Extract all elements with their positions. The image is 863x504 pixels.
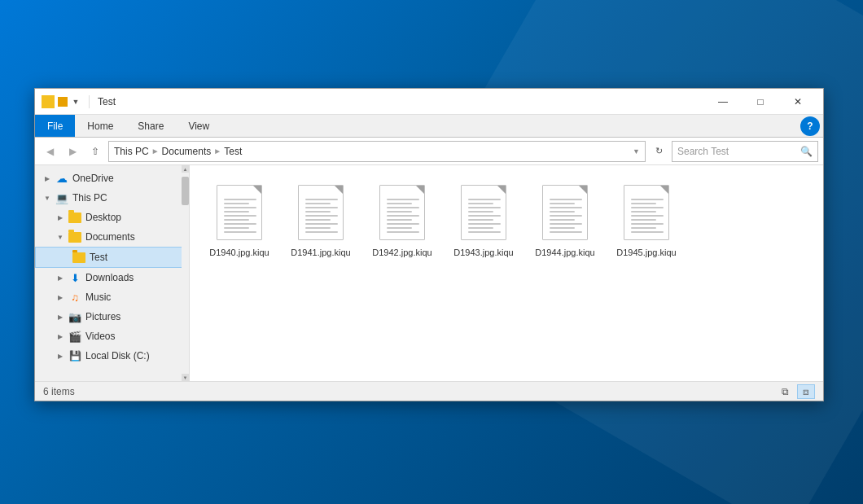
pc-icon: 💻 [55, 191, 69, 205]
sidebar-label-videos: Videos [85, 331, 115, 342]
breadcrumb-documents[interactable]: Documents [162, 146, 212, 157]
search-box[interactable]: 🔍 [672, 141, 818, 162]
sidebar-item-desktop[interactable]: ▶ Desktop [35, 208, 189, 227]
file-item[interactable]: D1940.jpg.kiqu [203, 178, 276, 265]
file-lines [550, 199, 582, 235]
music-icon: ♫ [68, 290, 82, 305]
file-item[interactable]: D1941.jpg.kiqu [284, 178, 357, 265]
downloads-icon: ⬇ [68, 270, 82, 285]
sidebar-item-videos[interactable]: ▶ 🎬 Videos [35, 327, 189, 346]
file-name: D1940.jpg.kiqu [209, 247, 269, 258]
file-icon [378, 185, 427, 243]
help-button[interactable]: ? [800, 116, 820, 136]
search-input[interactable] [677, 146, 800, 157]
onedrive-icon: ☁ [55, 171, 69, 186]
sidebar-item-onedrive[interactable]: ▶ ☁ OneDrive [35, 169, 189, 188]
maximize-button[interactable]: □ [742, 89, 779, 115]
tiles-view-button[interactable]: ⧈ [797, 384, 815, 399]
toggle-desktop[interactable]: ▶ [55, 212, 66, 223]
sidebar-item-test[interactable]: Test [35, 247, 189, 268]
toggle-documents[interactable]: ▼ [55, 231, 66, 243]
details-view-button[interactable]: ⧉ [776, 384, 794, 399]
file-name: D1943.jpg.kiqu [453, 247, 513, 258]
file-icon [296, 185, 345, 243]
file-lines [305, 199, 338, 235]
folder-icon-small [42, 95, 55, 108]
sidebar-label-music: Music [85, 291, 111, 303]
toggle-pictures[interactable]: ▶ [55, 311, 66, 322]
file-item[interactable]: D1942.jpg.kiqu [366, 178, 439, 265]
breadcrumb-test[interactable]: Test [224, 146, 242, 157]
sidebar-scrollbar: ▲ ▼ [182, 165, 189, 381]
file-item[interactable]: D1943.jpg.kiqu [447, 178, 520, 265]
window-controls: — □ ✕ [704, 89, 817, 115]
file-name: D1945.jpg.kiqu [616, 247, 676, 258]
status-bar: 6 items ⧉ ⧈ [35, 381, 823, 401]
title-bar: ▼ Test — □ ✕ [35, 89, 823, 115]
file-icon-body [624, 185, 669, 240]
sidebar-item-this-pc[interactable]: ▼ 💻 This PC [35, 188, 189, 208]
disk-icon: 💾 [68, 348, 82, 363]
close-button[interactable]: ✕ [779, 89, 817, 115]
ribbon-tabs: File Home Share View ? [35, 115, 823, 138]
forward-button[interactable]: ▶ [63, 142, 82, 161]
explorer-window: ▼ Test — □ ✕ File Home Share View ? ◀ ▶ … [34, 88, 824, 401]
file-name: D1941.jpg.kiqu [291, 247, 350, 258]
sidebar-item-pictures[interactable]: ▶ 📷 Pictures [35, 307, 189, 327]
file-item[interactable]: D1945.jpg.kiqu [610, 178, 683, 265]
address-bar: ◀ ▶ ⇧ This PC ► Documents ► Test ▼ ↻ 🔍 [35, 138, 823, 165]
window-title: Test [98, 96, 704, 107]
minimize-button[interactable]: — [704, 89, 742, 115]
file-lines [387, 199, 419, 235]
up-button[interactable]: ⇧ [85, 142, 105, 161]
sidebar-label-local-disk: Local Disk (C:) [85, 350, 150, 362]
tab-view[interactable]: View [176, 115, 221, 137]
scrollbar-down[interactable]: ▼ [182, 374, 189, 381]
file-area: D1940.jpg.kiqu D1941.jpg.kiqu D1942.jpg.… [190, 165, 823, 381]
breadcrumb[interactable]: This PC ► Documents ► Test ▼ [108, 141, 646, 162]
sidebar-item-local-disk[interactable]: ▶ 💾 Local Disk (C:) [35, 346, 189, 366]
tab-home[interactable]: Home [75, 115, 125, 137]
view-controls: ⧉ ⧈ [776, 384, 815, 399]
search-icon[interactable]: 🔍 [800, 146, 813, 157]
title-arrow[interactable]: ▼ [69, 95, 82, 108]
file-icon [215, 185, 264, 243]
sidebar-label-test: Test [90, 252, 107, 263]
item-count: 6 items [43, 386, 75, 397]
sidebar-label-documents: Documents [85, 231, 135, 243]
tab-share[interactable]: Share [125, 115, 176, 137]
file-name: D1942.jpg.kiqu [372, 247, 432, 258]
sidebar-label-pictures: Pictures [85, 311, 120, 322]
back-button[interactable]: ◀ [40, 142, 59, 161]
scrollbar-up[interactable]: ▲ [182, 165, 189, 173]
breadcrumb-sep-1: ► [151, 147, 160, 156]
toggle-onedrive[interactable]: ▶ [42, 173, 53, 184]
file-icon-body [217, 185, 262, 240]
pictures-icon: 📷 [68, 309, 82, 324]
toggle-local-disk[interactable]: ▶ [55, 350, 66, 362]
breadcrumb-this-pc[interactable]: This PC [114, 146, 149, 157]
main-area: ▶ ☁ OneDrive ▼ 💻 This PC ▶ Desktop ▼ [35, 165, 823, 381]
toggle-videos[interactable]: ▶ [55, 331, 66, 342]
toggle-this-pc[interactable]: ▼ [42, 192, 53, 204]
file-icon-body [461, 185, 506, 240]
sidebar-item-documents[interactable]: ▼ Documents [35, 227, 189, 247]
refresh-button[interactable]: ↻ [649, 142, 668, 161]
sidebar-item-downloads[interactable]: ▶ ⬇ Downloads [35, 268, 189, 287]
sidebar-label-desktop: Desktop [85, 212, 121, 223]
breadcrumb-dropdown[interactable]: ▼ [633, 147, 640, 156]
breadcrumb-sep-2: ► [213, 147, 221, 156]
sidebar-item-music[interactable]: ▶ ♫ Music [35, 287, 189, 307]
videos-icon: 🎬 [68, 329, 82, 344]
tab-file[interactable]: File [35, 115, 75, 137]
scrollbar-thumb[interactable] [182, 177, 189, 205]
file-lines [631, 199, 664, 235]
toggle-music[interactable]: ▶ [55, 291, 66, 303]
file-icon-body [542, 185, 588, 240]
sidebar-label-onedrive: OneDrive [72, 173, 114, 184]
file-icon [622, 185, 671, 243]
file-icon [459, 185, 508, 243]
toggle-downloads[interactable]: ▶ [55, 272, 66, 283]
file-icon-body [379, 185, 425, 240]
file-item[interactable]: D1944.jpg.kiqu [528, 178, 602, 265]
